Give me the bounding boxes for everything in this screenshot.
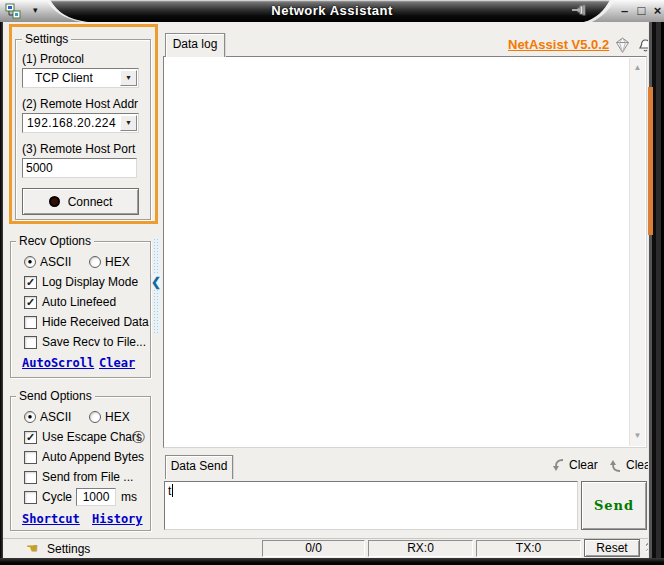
netassist-version-link[interactable]: NetAssist V5.0.2	[508, 37, 609, 52]
remote-port-input[interactable]	[22, 158, 137, 178]
protocol-select[interactable]: TCP Client ▼	[22, 68, 139, 88]
reset-button[interactable]: Reset	[584, 539, 640, 557]
send-from-file-label: Send from File ...	[42, 471, 133, 484]
tab-data-send[interactable]: Data Send	[165, 455, 233, 479]
cycle-checkbox[interactable]	[24, 491, 37, 504]
clear-recv-button[interactable]: Clear	[551, 456, 598, 474]
auto-linefeed-checkbox[interactable]: ✓	[24, 296, 37, 309]
history-link[interactable]: History	[92, 512, 143, 526]
recv-ascii-label: ASCII	[40, 256, 71, 269]
app-menu-arrow-icon[interactable]: ▾	[33, 5, 38, 15]
shortcut-link[interactable]: Shortcut	[22, 512, 80, 526]
window-border-left	[0, 22, 3, 565]
append-bytes-label: Auto Append Bytes	[42, 451, 144, 464]
escape-chars-checkbox[interactable]: ✓	[24, 431, 37, 444]
send-data-input[interactable]: t	[164, 481, 578, 530]
save-recv-checkbox[interactable]	[24, 336, 37, 349]
recv-clear-link[interactable]: Clear	[99, 356, 135, 370]
escape-chars-label: Use Escape Chars	[42, 431, 142, 444]
connect-button-label: Connect	[68, 195, 113, 209]
send-button-label: Send	[594, 498, 634, 513]
title-bar: Network Assistant ▾ – □ ×	[0, 0, 664, 22]
remote-addr-select[interactable]: 192.168.20.224 ▼	[22, 113, 139, 133]
scroll-down-icon[interactable]: ▼	[630, 432, 645, 440]
cycle-unit-label: ms	[121, 491, 137, 504]
hide-received-checkbox[interactable]	[24, 316, 37, 329]
maximize-button[interactable]: □	[634, 3, 649, 19]
network-tree-icon	[5, 3, 21, 19]
recv-ascii-radio[interactable]: ●	[24, 256, 36, 268]
arrow-down-icon	[551, 458, 565, 473]
app-window: Network Assistant ▾ – □ × Sett	[0, 0, 664, 565]
right-edge-highlight-strip	[648, 87, 653, 235]
send-options-label: Send Options	[16, 390, 95, 403]
connect-status-icon	[49, 196, 60, 207]
append-bytes-checkbox[interactable]	[24, 451, 37, 464]
protocol-value: TCP Client	[23, 70, 120, 86]
settings-group-label: Settings	[22, 33, 71, 46]
log-display-mode-checkbox[interactable]: ✓	[24, 276, 37, 289]
scroll-up-icon[interactable]: ▲	[630, 64, 645, 72]
tab-data-log[interactable]: Data log	[165, 33, 225, 57]
remote-addr-value: 192.168.20.224	[23, 115, 120, 131]
packet-counter: 0/0	[262, 540, 365, 557]
protocol-dropdown-icon[interactable]: ▼	[120, 70, 137, 86]
auto-linefeed-label: Auto Linefeed	[42, 296, 116, 309]
remote-addr-dropdown-icon[interactable]: ▼	[120, 115, 137, 131]
recv-hex-label: HEX	[105, 256, 130, 269]
pin-button[interactable]	[571, 3, 587, 19]
cycle-interval-input[interactable]	[76, 488, 116, 506]
protocol-label: (1) Protocol	[22, 53, 84, 66]
app-menu-button[interactable]	[5, 3, 21, 19]
minimize-button[interactable]: –	[617, 3, 632, 19]
arrow-up-icon	[608, 458, 622, 473]
text-caret	[172, 484, 173, 497]
close-button[interactable]: ×	[650, 3, 664, 19]
window-border-bottom	[0, 558, 664, 565]
send-ascii-radio[interactable]: ●	[24, 411, 36, 423]
status-settings-label[interactable]: Settings	[47, 543, 90, 556]
send-data-text: t	[168, 484, 171, 498]
remote-port-label: (3) Remote Host Port	[22, 143, 135, 156]
pointing-hand-icon[interactable]: ☛	[26, 541, 39, 555]
send-hex-radio[interactable]	[89, 411, 101, 423]
window-title: Network Assistant	[0, 3, 664, 18]
tx-counter: TX:0	[476, 540, 581, 557]
cycle-label: Cycle	[42, 491, 72, 504]
log-display-mode-label: Log Display Mode	[42, 276, 138, 289]
recv-options-label: Recv Options	[16, 235, 94, 248]
send-ascii-label: ASCII	[40, 411, 71, 424]
send-button[interactable]: Send	[581, 481, 647, 530]
send-hex-label: HEX	[105, 411, 130, 424]
gem-icon[interactable]	[614, 37, 631, 54]
rx-counter: RX:0	[368, 540, 473, 557]
pushpin-icon	[571, 3, 587, 19]
autoscroll-link[interactable]: AutoScroll	[22, 356, 94, 370]
log-scrollbar[interactable]: ▲ ▼	[629, 58, 645, 446]
remote-addr-label: (2) Remote Host Addr	[22, 98, 138, 111]
data-log-output[interactable]: ▲ ▼	[163, 56, 647, 448]
save-recv-label: Save Recv to File...	[42, 336, 146, 349]
collapse-chevron-icon[interactable]: ❮	[151, 274, 161, 290]
connect-button[interactable]: Connect	[22, 188, 139, 215]
hide-received-label: Hide Received Data	[42, 316, 149, 329]
send-from-file-checkbox[interactable]	[24, 471, 37, 484]
clear-recv-label: Clear	[569, 458, 598, 472]
recv-hex-radio[interactable]	[89, 256, 101, 268]
info-icon[interactable]: ⓘ	[132, 429, 145, 447]
